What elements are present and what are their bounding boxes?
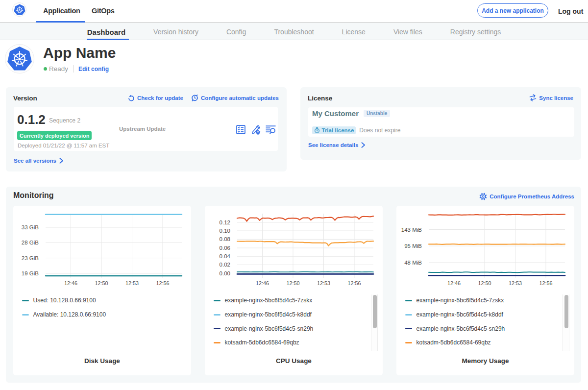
svg-text:19 GiB: 19 GiB (22, 270, 39, 276)
svg-text:12:53: 12:53 (509, 280, 522, 286)
svg-text:0.10: 0.10 (220, 228, 230, 234)
svg-text:12:46: 12:46 (447, 280, 461, 286)
svg-text:12:56: 12:56 (156, 280, 169, 286)
svg-text:0.12: 0.12 (220, 219, 230, 225)
svg-text:143 MiB: 143 MiB (401, 227, 422, 233)
svg-text:12:53: 12:53 (125, 280, 139, 286)
svg-text:12:53: 12:53 (317, 280, 330, 286)
svg-text:23 GiB: 23 GiB (22, 255, 39, 261)
svg-text:33 GiB: 33 GiB (22, 224, 39, 230)
svg-text:0.06: 0.06 (220, 245, 230, 251)
svg-text:12:56: 12:56 (539, 280, 552, 286)
svg-text:12:50: 12:50 (286, 280, 299, 286)
svg-text:12:50: 12:50 (478, 280, 491, 286)
svg-text:95 MiB: 95 MiB (404, 243, 422, 249)
svg-text:0.02: 0.02 (220, 262, 230, 268)
svg-text:12:46: 12:46 (256, 280, 269, 286)
svg-text:12:50: 12:50 (95, 280, 108, 286)
svg-text:0.08: 0.08 (220, 236, 230, 242)
svg-text:0.04: 0.04 (220, 253, 231, 259)
svg-text:48 MiB: 48 MiB (404, 260, 422, 266)
svg-text:0.00: 0.00 (220, 270, 230, 276)
svg-text:12:56: 12:56 (347, 280, 361, 286)
svg-text:28 GiB: 28 GiB (22, 240, 39, 245)
svg-text:12:46: 12:46 (64, 280, 77, 286)
